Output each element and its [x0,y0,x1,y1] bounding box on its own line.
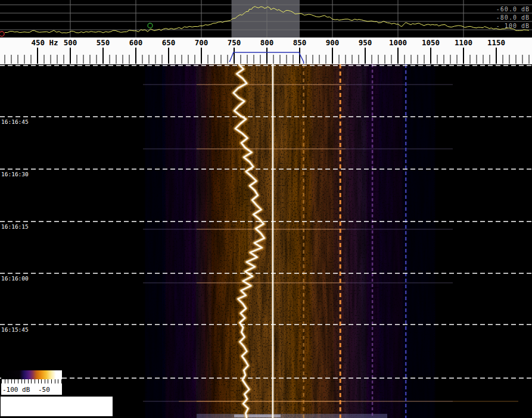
freq-tick-label: 500 [64,38,77,47]
time-label: 16:15:45 [1,326,29,333]
freq-tick-label: 800 [260,38,274,47]
freq-tick-label: 450 Hz [31,38,58,47]
info-date-time: Date=2014-07-02 Time=14:17 [2,416,113,418]
freq-tick-label: 850 [293,38,307,47]
freq-tick-label: 1150 [487,38,505,47]
waterfall-plot[interactable]: 16:16:4516:16:3016:16:1516:16:0016:15:45 [0,64,532,418]
legend-min-label: -100 dB [2,386,30,394]
waterfall-display[interactable]: 16:16:4516:16:3016:16:1516:16:0016:15:45… [0,64,532,418]
time-label: 16:16:00 [1,275,29,282]
spectrum-lab-window: -60.0 dB-80.0 dB- 100 dB 450 Hz500550600… [0,0,532,418]
frequency-ruler[interactable]: 450 Hz5005506006507007508008509009501000… [0,38,532,64]
info-panel: Date=2014-07-02 Time=14:17 Freq= 400...1… [1,397,113,416]
freq-tick-label: 1000 [389,38,407,47]
freq-tick-label: 1100 [455,38,472,47]
frequency-scale[interactable]: 450 Hz5005506006507007508008509009501000… [0,38,532,64]
spectrum-panel[interactable]: -60.0 dB-80.0 dB- 100 dB [0,0,532,38]
freq-tick-label: 950 [359,38,372,47]
time-label: 16:16:30 [1,171,29,177]
freq-tick-label: 1050 [422,38,440,47]
time-label: 16:16:45 [1,118,29,125]
color-gradient-bar [1,370,62,379]
legend-mid-label: -50 [38,386,50,394]
color-scale-labels: -100 dB -50 [1,385,62,395]
freq-tick-label: 700 [195,38,209,47]
passband-highlight-band [232,0,300,38]
freq-tick-label: 550 [97,38,110,47]
color-scale-legend: -100 dB -50 [1,370,62,395]
color-scale-ticks [1,379,62,385]
freq-tick-label: 900 [326,38,340,47]
freq-tick-label: 650 [162,38,176,47]
freq-tick-label: 750 [228,38,241,47]
spectrum-plot[interactable] [0,0,532,38]
time-label: 16:16:15 [1,223,29,230]
freq-tick-label: 600 [129,38,143,47]
